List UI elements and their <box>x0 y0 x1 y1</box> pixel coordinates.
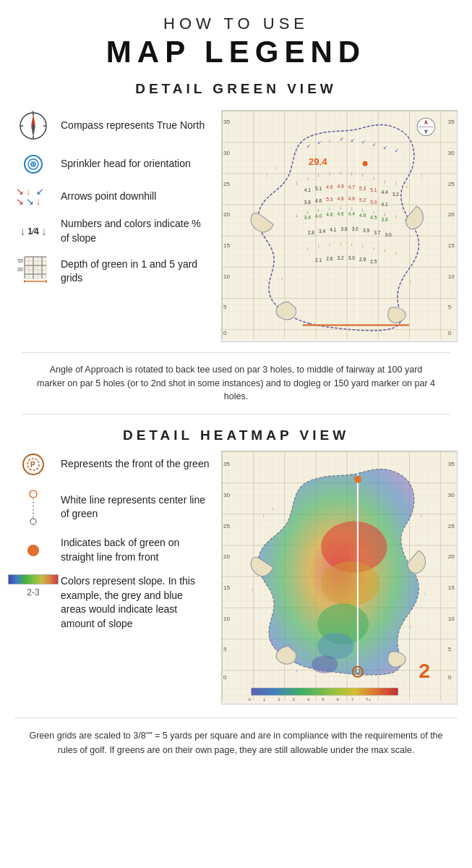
svg-text:N: N <box>32 110 34 114</box>
svg-text:10: 10 <box>223 616 231 622</box>
svg-text:35: 35 <box>223 461 231 467</box>
svg-text:↓: ↓ <box>328 137 331 143</box>
svg-text:35: 35 <box>223 119 231 125</box>
svg-text:↓: ↓ <box>317 243 320 249</box>
svg-text:↙: ↙ <box>36 187 44 197</box>
svg-text:↓: ↓ <box>306 246 309 252</box>
svg-text:↙: ↙ <box>383 145 387 150</box>
svg-text:25: 25 <box>448 181 455 187</box>
svg-point-153 <box>30 490 37 498</box>
sprinkler-icon <box>14 152 52 176</box>
svg-text:6: 6 <box>336 697 339 701</box>
map1-container: 35 30 25 20 15 10 5 0 35 30 25 20 15 10 … <box>221 110 458 342</box>
svg-text:25: 25 <box>223 523 231 529</box>
svg-text:10: 10 <box>448 273 455 280</box>
svg-text:4.8: 4.8 <box>337 196 343 201</box>
legend-item-sprinkler: Sprinkler head for orientation <box>14 152 210 176</box>
legend-item-grid: 35 30 <box>14 255 210 287</box>
svg-point-156 <box>30 519 36 524</box>
svg-text:4.7: 4.7 <box>348 184 355 190</box>
slope-fraction: 1⁄4 <box>27 226 38 237</box>
svg-point-143 <box>362 161 368 166</box>
svg-text:↓: ↓ <box>361 172 364 178</box>
svg-text:25: 25 <box>448 523 455 529</box>
svg-point-179 <box>312 655 338 673</box>
svg-text:3.0: 3.0 <box>385 232 391 237</box>
svg-text:2: 2 <box>278 697 280 701</box>
legend-text-centerline: White line represents center line of gre… <box>61 493 210 522</box>
svg-text:4.4: 4.4 <box>381 190 387 195</box>
svg-text:↓: ↓ <box>411 165 414 171</box>
svg-text:0: 0 <box>223 674 227 681</box>
svg-text:30: 30 <box>448 150 455 156</box>
svg-text:1: 1 <box>263 697 266 701</box>
svg-text:5.0: 5.0 <box>370 200 377 205</box>
svg-text:4.0: 4.0 <box>315 213 322 218</box>
svg-text:↓: ↓ <box>296 668 299 673</box>
legend-text-grid: Depth of green in 1 and 5 yard grids <box>61 258 210 286</box>
svg-text:↓: ↓ <box>351 242 353 247</box>
svg-text:5: 5 <box>448 646 452 652</box>
svg-text:4.9: 4.9 <box>337 184 343 189</box>
legend-item-back: Indicates back of green on straight line… <box>14 536 210 564</box>
svg-text:29.4: 29.4 <box>309 156 327 167</box>
svg-text:↓: ↓ <box>420 172 423 178</box>
svg-text:0: 0 <box>223 330 227 336</box>
svg-text:↓: ↓ <box>252 587 254 592</box>
svg-marker-3 <box>31 126 35 137</box>
svg-text:20: 20 <box>223 211 231 218</box>
svg-text:4.6: 4.6 <box>337 211 343 216</box>
legend-text-slope: Numbers and colors indicate % of slope <box>61 217 210 245</box>
legend-text-back: Indicates back of green on straight line… <box>61 536 210 564</box>
svg-text:20: 20 <box>223 553 231 560</box>
svg-text:↓: ↓ <box>372 175 375 181</box>
svg-text:4.5: 4.5 <box>370 215 377 220</box>
section1-header: DETAIL GREEN VIEW <box>14 81 458 97</box>
svg-text:5.3: 5.3 <box>359 186 366 191</box>
svg-text:5.1: 5.1 <box>370 187 377 192</box>
section1-content: N Compass represents True North Sprinkle… <box>14 110 458 342</box>
svg-text:↓: ↓ <box>328 171 331 176</box>
title-section: HOW TO USE MAP LEGEND <box>14 14 458 69</box>
svg-text:↓: ↓ <box>383 179 386 184</box>
svg-text:4.1: 4.1 <box>304 187 311 192</box>
svg-text:7: 7 <box>351 697 354 701</box>
svg-point-176 <box>321 561 379 605</box>
svg-text:15: 15 <box>223 584 231 591</box>
legend-item-front: P Represents the front of the green <box>14 451 210 478</box>
svg-text:↓: ↓ <box>275 165 278 171</box>
svg-text:4.8: 4.8 <box>326 212 332 217</box>
svg-text:↓: ↓ <box>280 276 283 281</box>
section2-content: P Represents the front of the green Whit… <box>14 451 458 705</box>
svg-text:↓: ↓ <box>395 213 398 219</box>
slope-arrow-left: ↓ <box>20 225 25 238</box>
svg-text:↓: ↓ <box>391 671 394 677</box>
svg-text:2.1: 2.1 <box>315 258 322 263</box>
svg-point-178 <box>317 633 354 660</box>
svg-text:↙: ↙ <box>340 136 344 142</box>
svg-text:↘: ↘ <box>16 196 24 207</box>
svg-text:↓: ↓ <box>262 514 265 519</box>
svg-text:↓: ↓ <box>317 207 320 213</box>
main-title: MAP LEGEND <box>14 35 458 69</box>
svg-text:↓: ↓ <box>361 243 364 249</box>
svg-text:↓: ↓ <box>306 176 309 182</box>
svg-text:25: 25 <box>223 181 231 187</box>
svg-text:5: 5 <box>448 304 452 310</box>
svg-text:↓: ↓ <box>296 180 299 186</box>
svg-text:↓: ↓ <box>340 170 343 176</box>
svg-text:20: 20 <box>448 211 455 218</box>
legend-text-arrows: Arrows point downhill <box>61 190 156 204</box>
svg-text:4.4: 4.4 <box>348 211 355 216</box>
svg-text:↓: ↓ <box>328 242 331 247</box>
svg-text:↓: ↓ <box>411 506 414 511</box>
svg-text:15: 15 <box>448 584 455 591</box>
svg-text:↓: ↓ <box>266 172 269 178</box>
front-icon: P <box>14 451 52 478</box>
svg-text:3: 3 <box>293 697 296 701</box>
svg-text:↓: ↓ <box>26 187 31 197</box>
svg-text:↙: ↙ <box>306 143 311 149</box>
color-gradient-bar <box>8 574 59 584</box>
svg-text:↓: ↓ <box>361 207 364 213</box>
svg-text:↓: ↓ <box>340 205 343 210</box>
